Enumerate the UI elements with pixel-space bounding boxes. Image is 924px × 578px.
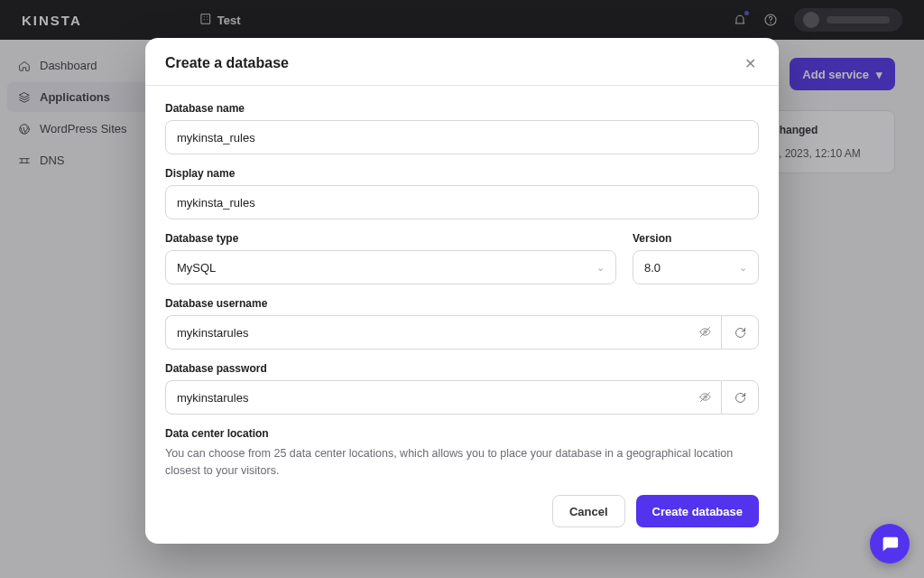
label-db-name: Database name [165, 102, 759, 115]
chat-button[interactable] [870, 524, 910, 564]
label-db-username: Database username [165, 297, 759, 310]
location-help-text: You can choose from 25 data center locat… [165, 445, 759, 480]
regenerate-username-button[interactable] [721, 315, 759, 350]
create-database-modal: Create a database ✕ Database name Displa… [145, 38, 779, 544]
label-db-type: Database type [165, 232, 616, 245]
visibility-off-icon[interactable] [698, 325, 712, 341]
version-value: 8.0 [644, 261, 661, 275]
db-username-input[interactable] [165, 315, 721, 350]
version-select[interactable]: 8.0 ⌄ [633, 250, 759, 284]
db-password-input[interactable] [165, 380, 721, 415]
cancel-button[interactable]: Cancel [552, 495, 625, 527]
chat-icon [880, 534, 900, 554]
db-type-value: MySQL [177, 261, 216, 275]
label-db-password: Database password [165, 362, 759, 375]
modal-title: Create a database [165, 55, 741, 71]
close-button[interactable]: ✕ [741, 54, 759, 72]
visibility-off-icon[interactable] [698, 390, 712, 406]
chevron-down-icon: ⌄ [596, 262, 605, 274]
modal-overlay: Create a database ✕ Database name Displa… [0, 0, 924, 578]
label-version: Version [633, 232, 759, 245]
label-location: Data center location [165, 427, 759, 440]
create-database-button[interactable]: Create database [636, 495, 759, 527]
db-name-input[interactable] [165, 120, 759, 154]
display-name-input[interactable] [165, 185, 759, 219]
db-type-select[interactable]: MySQL ⌄ [165, 250, 616, 284]
chevron-down-icon: ⌄ [739, 262, 747, 274]
label-display-name: Display name [165, 167, 759, 180]
regenerate-password-button[interactable] [721, 380, 759, 415]
